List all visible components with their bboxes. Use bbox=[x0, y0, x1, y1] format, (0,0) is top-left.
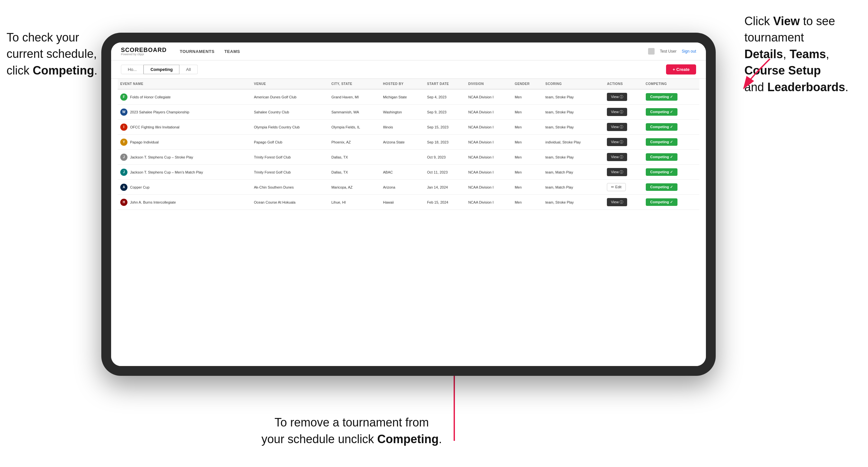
table-row: J Jackson T. Stephens Cup – Stroke Play … bbox=[118, 150, 700, 165]
tablet-screen: SCOREBOARD Powered by clippi TOURNAMENTS… bbox=[111, 42, 706, 366]
table-row: Y Papago Individual Papago Golf ClubPhoe… bbox=[118, 135, 700, 150]
event-name-cell: Y Papago Individual bbox=[118, 135, 251, 150]
col-competing: COMPETING bbox=[643, 79, 700, 89]
team-logo: J bbox=[120, 154, 127, 161]
tab-home[interactable]: Ho... bbox=[121, 65, 144, 74]
start-date: Sep 9, 2023 bbox=[425, 104, 466, 120]
tab-all[interactable]: All bbox=[179, 65, 197, 74]
view-button[interactable]: View ⓘ bbox=[607, 153, 627, 161]
competing-cell: Competing ✓ bbox=[643, 135, 700, 150]
team-logo: Y bbox=[120, 138, 127, 146]
view-button[interactable]: View ⓘ bbox=[607, 108, 627, 116]
division: NCAA Division I bbox=[466, 180, 512, 195]
col-gender: GENDER bbox=[512, 79, 543, 89]
sub-header: Ho... Competing All + Create bbox=[111, 60, 706, 79]
venue: Ak-Chin Southern Dunes bbox=[251, 180, 329, 195]
col-venue: VENUE bbox=[251, 79, 329, 89]
team-logo: W bbox=[120, 108, 127, 116]
col-hosted-by: HOSTED BY bbox=[380, 79, 425, 89]
scoring: individual, Stroke Play bbox=[543, 135, 604, 150]
event-name-cell: W 2023 Sahalee Players Championship bbox=[118, 104, 251, 120]
event-name-cell: A Copper Cup bbox=[118, 180, 251, 195]
competing-button[interactable]: Competing ✓ bbox=[646, 183, 678, 191]
table-container: EVENT NAME VENUE CITY, STATE HOSTED BY S… bbox=[111, 79, 706, 366]
col-event-name: EVENT NAME bbox=[118, 79, 251, 89]
view-button[interactable]: View ⓘ bbox=[607, 123, 627, 131]
start-date: Sep 15, 2023 bbox=[425, 120, 466, 135]
scoring: team, Stroke Play bbox=[543, 150, 604, 165]
col-division: DIVISION bbox=[466, 79, 512, 89]
arrow-right-top bbox=[711, 52, 776, 95]
competing-button[interactable]: Competing ✓ bbox=[646, 198, 678, 206]
view-button[interactable]: View ⓘ bbox=[607, 198, 627, 206]
competing-button[interactable]: Competing ✓ bbox=[646, 153, 678, 161]
nav-teams[interactable]: TEAMS bbox=[224, 49, 240, 54]
venue: Olympia Fields Country Club bbox=[251, 120, 329, 135]
competing-button[interactable]: Competing ✓ bbox=[646, 138, 678, 146]
start-date: Oct 9, 2023 bbox=[425, 150, 466, 165]
col-city-state: CITY, STATE bbox=[329, 79, 380, 89]
view-button[interactable]: View ⓘ bbox=[607, 138, 627, 146]
competing-button[interactable]: Competing ✓ bbox=[646, 108, 678, 116]
hosted-by bbox=[380, 150, 425, 165]
event-name-cell: F Folds of Honor Collegiate bbox=[118, 89, 251, 104]
team-logo: F bbox=[120, 93, 127, 101]
competing-cell: Competing ✓ bbox=[643, 165, 700, 180]
event-name: Papago Individual bbox=[130, 140, 158, 144]
hosted-by: Arizona bbox=[380, 180, 425, 195]
hosted-by: Arizona State bbox=[380, 135, 425, 150]
annotation-top-left: To check your current schedule, click Co… bbox=[6, 29, 97, 79]
scoring: team, Stroke Play bbox=[543, 120, 604, 135]
col-start-date: START DATE bbox=[425, 79, 466, 89]
division: NCAA Division I bbox=[466, 150, 512, 165]
actions-cell: View ⓘ bbox=[604, 165, 643, 180]
table-row: F Folds of Honor Collegiate American Dun… bbox=[118, 89, 700, 104]
view-button[interactable]: View ⓘ bbox=[607, 93, 627, 101]
navbar: SCOREBOARD Powered by clippi TOURNAMENTS… bbox=[111, 42, 706, 60]
division: NCAA Division I bbox=[466, 165, 512, 180]
signout-link[interactable]: Sign out bbox=[682, 49, 696, 54]
nav-tournaments[interactable]: TOURNAMENTS bbox=[180, 49, 214, 54]
table-row: W 2023 Sahalee Players Championship Saha… bbox=[118, 104, 700, 120]
division: NCAA Division I bbox=[466, 135, 512, 150]
logo-sub: Powered by clippi bbox=[121, 53, 167, 56]
hosted-by: Illinois bbox=[380, 120, 425, 135]
gender: Men bbox=[512, 150, 543, 165]
competing-button[interactable]: Competing ✓ bbox=[646, 93, 678, 101]
scoring: team, Match Play bbox=[543, 180, 604, 195]
event-name: Folds of Honor Collegiate bbox=[130, 95, 170, 99]
navbar-left: SCOREBOARD Powered by clippi TOURNAMENTS… bbox=[121, 47, 240, 56]
hosted-by: Washington bbox=[380, 104, 425, 120]
start-date: Feb 15, 2024 bbox=[425, 195, 466, 210]
event-name: Copper Cup bbox=[130, 185, 149, 189]
team-logo: I bbox=[120, 124, 127, 131]
competing-cell: Competing ✓ bbox=[643, 150, 700, 165]
gender: Men bbox=[512, 180, 543, 195]
create-button[interactable]: + Create bbox=[666, 64, 696, 74]
col-scoring: SCORING bbox=[543, 79, 604, 89]
edit-button[interactable]: ✏ Edit bbox=[607, 183, 625, 191]
table-row: J Jackson T. Stephens Cup – Men's Match … bbox=[118, 165, 700, 180]
event-name-cell: I OFCC Fighting Illini Invitational bbox=[118, 120, 251, 135]
actions-cell: View ⓘ bbox=[604, 89, 643, 104]
city-state: Dallas, TX bbox=[329, 165, 380, 180]
actions-cell: ✏ Edit bbox=[604, 180, 643, 195]
hosted-by: ABAC bbox=[380, 165, 425, 180]
venue: Trinity Forest Golf Club bbox=[251, 150, 329, 165]
event-name-cell: J Jackson T. Stephens Cup – Men's Match … bbox=[118, 165, 251, 180]
start-date: Jan 14, 2024 bbox=[425, 180, 466, 195]
tab-buttons: Ho... Competing All bbox=[121, 65, 198, 74]
view-button[interactable]: View ⓘ bbox=[607, 168, 627, 176]
navbar-right: Test User Sign out bbox=[648, 48, 696, 55]
competing-button[interactable]: Competing ✓ bbox=[646, 168, 678, 176]
actions-cell: View ⓘ bbox=[604, 135, 643, 150]
competing-button[interactable]: Competing ✓ bbox=[646, 123, 678, 131]
city-state: Sammamish, WA bbox=[329, 104, 380, 120]
start-date: Oct 11, 2023 bbox=[425, 165, 466, 180]
hosted-by: Michigan State bbox=[380, 89, 425, 104]
city-state: Lihue, HI bbox=[329, 195, 380, 210]
event-name-cell: J Jackson T. Stephens Cup – Stroke Play bbox=[118, 150, 251, 165]
tab-competing[interactable]: Competing bbox=[144, 65, 179, 74]
city-state: Olympia Fields, IL bbox=[329, 120, 380, 135]
scoring: team, Stroke Play bbox=[543, 195, 604, 210]
